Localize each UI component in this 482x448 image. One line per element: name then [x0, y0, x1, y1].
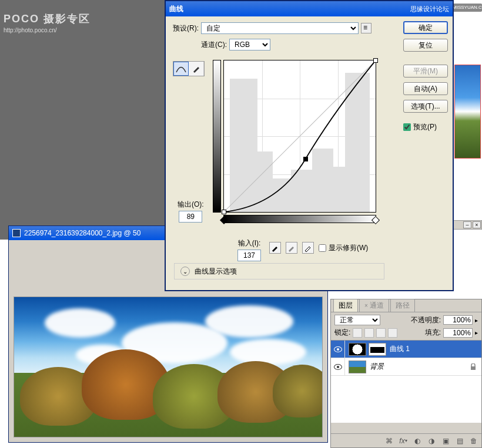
preview-label: 预览(P) — [413, 122, 437, 132]
site-watermark: MISSYUAN.COM — [453, 4, 482, 12]
fill-label: 填充: — [425, 328, 441, 338]
visibility-toggle[interactable] — [331, 358, 345, 375]
photo-content — [14, 297, 322, 437]
preset-menu-icon[interactable] — [361, 23, 371, 33]
white-eyedropper[interactable] — [302, 242, 314, 254]
smooth-button[interactable]: 平滑(M) — [403, 65, 448, 78]
layer-thumb[interactable] — [349, 361, 366, 373]
watermark-brand: POCO 摄影专区 — [4, 12, 91, 26]
opacity-label: 不透明度: — [411, 315, 441, 325]
curves-dialog: 曲线 思缘设计论坛 预设(R): 自定 通道(C): RGB — [165, 0, 454, 291]
eye-icon — [334, 364, 342, 370]
chevron-down-icon[interactable]: ⌄ — [180, 267, 190, 276]
opacity-slider-icon[interactable]: ▸ — [475, 317, 478, 324]
channel-combo[interactable]: RGB — [229, 39, 270, 50]
fill-slider-icon[interactable]: ▸ — [475, 329, 478, 336]
input-gradient — [223, 215, 376, 223]
document-title: 2256974_231639284000_2.jpg @ 50 — [24, 229, 140, 237]
curve-pencil-tool[interactable] — [189, 62, 204, 76]
curves-graph[interactable] — [223, 60, 376, 213]
input-label: 输入(I): — [237, 238, 261, 248]
trash-icon[interactable]: 🗑 — [470, 437, 478, 445]
lock-label: 锁定: — [334, 328, 350, 338]
dialog-forum-watermark: 思缘设计论坛 — [410, 5, 449, 14]
lock-all-icon[interactable] — [388, 328, 397, 338]
output-input[interactable] — [179, 211, 202, 223]
lock-pixels-icon[interactable] — [364, 328, 374, 338]
ps-icon — [12, 229, 21, 237]
visibility-toggle[interactable] — [331, 341, 345, 358]
curve-tool-buttons — [173, 61, 205, 76]
channel-label: 通道(C): — [201, 40, 227, 50]
output-gradient — [213, 60, 221, 213]
curve-point-tool[interactable] — [173, 62, 189, 76]
curves-graph-area — [213, 60, 376, 223]
layer-name: 曲线 1 — [390, 344, 481, 354]
fill-input[interactable]: 100% — [443, 328, 473, 338]
tab-layers[interactable]: 图层 — [333, 299, 358, 312]
adjustment-icon[interactable]: ◑ — [427, 437, 436, 445]
options-button[interactable]: 选项(T)... — [403, 100, 448, 113]
auto-button[interactable]: 自动(A) — [403, 82, 448, 95]
layer-name: 背景 — [370, 362, 468, 372]
panel-window-controls: – × — [453, 220, 482, 230]
show-clipping-label: 显示修剪(W) — [329, 243, 368, 253]
layers-bottom-bar: ⌘ fx▾ ◐ ◑ ▣ ▤ 🗑 — [331, 433, 481, 447]
eye-icon — [334, 346, 342, 352]
layer-list: 曲线 1 背景 — [331, 341, 481, 423]
lock-position-icon[interactable] — [376, 328, 386, 338]
white-point-slider[interactable] — [371, 216, 380, 224]
display-options-label: 曲线显示选项 — [195, 267, 237, 277]
watermark-url: http://photo.poco.cn/ — [4, 26, 91, 35]
preset-label: 预设(R): — [173, 23, 199, 33]
lock-transparency-icon[interactable] — [353, 328, 362, 338]
group-icon[interactable]: ▣ — [441, 437, 450, 445]
black-point-slider[interactable] — [220, 216, 228, 224]
input-input[interactable] — [237, 250, 261, 261]
layer-row-curves[interactable]: 曲线 1 — [331, 341, 481, 358]
output-label: 输出(O): — [178, 200, 204, 210]
svg-line-0 — [224, 60, 376, 212]
mask-thumb[interactable] — [369, 343, 386, 356]
lock-icon — [468, 362, 478, 372]
preview-input[interactable] — [403, 123, 411, 131]
watermark: POCO 摄影专区 http://photo.poco.cn/ — [4, 12, 91, 35]
cancel-button[interactable]: 复位 — [403, 39, 448, 52]
opacity-input[interactable]: 100% — [443, 315, 473, 325]
preset-combo[interactable]: 自定 — [201, 22, 359, 34]
svg-rect-1 — [471, 366, 476, 370]
panel-minimize-button[interactable]: – — [463, 221, 471, 228]
panel-close-button[interactable]: × — [473, 221, 481, 228]
layers-palette: 图层 × 通道 路径 正常 不透明度: 100% ▸ 锁定: — [330, 299, 482, 448]
layer-row-background[interactable]: 背景 — [331, 358, 481, 376]
blend-mode-combo[interactable]: 正常 — [334, 315, 380, 325]
new-layer-icon[interactable]: ▤ — [456, 437, 464, 445]
tab-channels[interactable]: × 通道 — [359, 299, 389, 312]
gray-eyedropper[interactable] — [286, 242, 297, 254]
ok-button[interactable]: 确定 — [403, 21, 448, 34]
navigator-thumbnail[interactable] — [454, 65, 481, 159]
fx-icon[interactable]: fx▾ — [399, 437, 407, 445]
show-clipping-input[interactable] — [319, 244, 326, 252]
preview-checkbox[interactable]: 预览(P) — [403, 122, 448, 132]
dialog-title: 曲线 — [169, 4, 183, 14]
adjustment-thumb[interactable] — [349, 343, 366, 356]
curve-display-options[interactable]: ⌄ 曲线显示选项 — [174, 263, 384, 279]
mask-icon[interactable]: ◐ — [413, 437, 421, 445]
tab-paths[interactable]: 路径 — [390, 299, 415, 312]
link-layers-icon[interactable]: ⌘ — [385, 437, 393, 445]
black-eyedropper[interactable] — [269, 242, 281, 254]
document-canvas[interactable] — [14, 297, 323, 437]
dialog-titlebar[interactable]: 曲线 思缘设计论坛 — [166, 1, 453, 16]
show-clipping-checkbox[interactable]: 显示修剪(W) — [319, 243, 368, 253]
